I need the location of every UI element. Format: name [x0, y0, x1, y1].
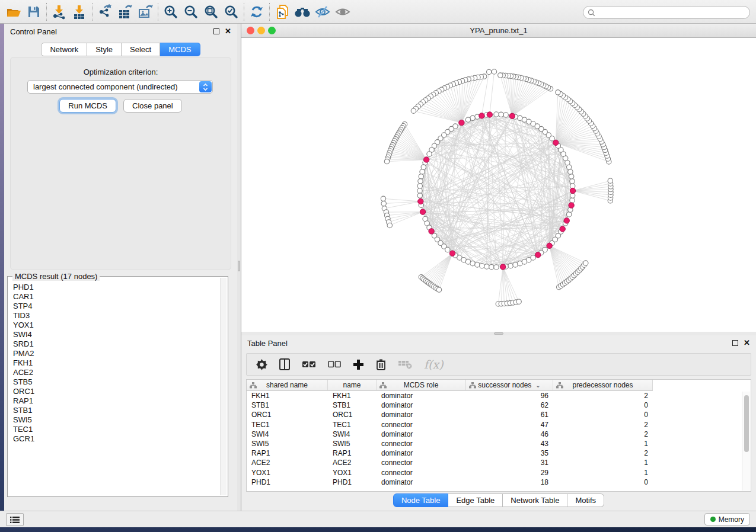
cell-predecessor-nodes[interactable]: 2 — [553, 421, 653, 429]
column-header-successor-nodes[interactable]: successor nodes⌄ — [466, 380, 553, 391]
column-header-shared-name[interactable]: shared name — [247, 380, 328, 391]
column-header-predecessor-nodes[interactable]: predecessor nodes — [553, 380, 653, 391]
cell-predecessor-nodes[interactable]: 2 — [553, 449, 653, 457]
run-mcds-button[interactable]: Run MCDS — [59, 99, 116, 113]
table-row[interactable]: TEC1TEC1connector472 — [247, 420, 751, 430]
cell-MCDS-role[interactable]: connector — [377, 469, 466, 477]
open-folder-icon[interactable] — [4, 2, 24, 22]
cell-successor-nodes[interactable]: 47 — [466, 421, 553, 429]
cell-successor-nodes[interactable]: 62 — [466, 401, 553, 409]
export-network-icon[interactable] — [95, 2, 115, 22]
cell-shared-name[interactable]: YOX1 — [247, 469, 328, 477]
cell-successor-nodes[interactable]: 46 — [466, 430, 553, 438]
cell-MCDS-role[interactable]: dominator — [377, 430, 466, 438]
table-row[interactable]: PHD1PHD1dominator180 — [247, 477, 751, 487]
cell-shared-name[interactable]: ORC1 — [247, 411, 328, 419]
tab-style[interactable]: Style — [87, 43, 122, 56]
delete-icon[interactable] — [376, 358, 386, 370]
clone-network-icon[interactable] — [272, 2, 292, 22]
column-header-name[interactable]: name — [328, 380, 377, 391]
save-icon[interactable] — [24, 2, 44, 22]
close-window-icon[interactable] — [247, 27, 254, 34]
gear-icon[interactable] — [256, 359, 267, 370]
mcds-result-list[interactable]: PHD1CAR1STP4TID3YOX1SWI4SRD1PMA2FKH1ACE2… — [8, 283, 219, 495]
cell-MCDS-role[interactable]: dominator — [377, 411, 466, 419]
maximize-window-icon[interactable] — [268, 27, 276, 34]
hide-selected-icon[interactable] — [312, 2, 333, 22]
cell-MCDS-role[interactable]: connector — [377, 440, 466, 448]
cell-successor-nodes[interactable]: 18 — [466, 478, 553, 486]
node-table[interactable]: shared namenameMCDS rolesuccessor nodes⌄… — [246, 379, 751, 492]
cell-name[interactable]: FKH1 — [328, 392, 377, 400]
cell-name[interactable]: RAP1 — [328, 449, 377, 457]
result-node[interactable]: STB5 — [13, 377, 219, 387]
import-network-icon[interactable] — [49, 2, 69, 22]
cell-name[interactable]: ACE2 — [328, 459, 377, 467]
zoom-out-icon[interactable] — [181, 2, 201, 22]
export-table-icon[interactable] — [115, 2, 135, 22]
tab-motifs[interactable]: Motifs — [567, 493, 604, 507]
result-node[interactable]: GCR1 — [13, 434, 219, 444]
cell-MCDS-role[interactable]: connector — [377, 459, 466, 467]
result-node[interactable]: CAR1 — [13, 292, 219, 302]
cell-name[interactable]: ORC1 — [328, 411, 377, 419]
cell-name[interactable]: YOX1 — [328, 469, 377, 477]
table-row[interactable]: SWI5SWI5connector431 — [247, 439, 751, 448]
cell-shared-name[interactable]: SWI5 — [247, 440, 328, 448]
cell-shared-name[interactable]: PHD1 — [247, 478, 328, 486]
cell-predecessor-nodes[interactable]: 0 — [553, 478, 653, 486]
cell-MCDS-role[interactable]: dominator — [377, 449, 466, 457]
find-icon[interactable] — [292, 2, 312, 22]
cell-predecessor-nodes[interactable]: 1 — [553, 469, 653, 477]
result-node[interactable]: ORC1 — [13, 387, 219, 396]
float-panel-icon[interactable] — [732, 340, 738, 346]
cell-shared-name[interactable]: FKH1 — [247, 392, 328, 400]
cell-successor-nodes[interactable]: 29 — [466, 469, 553, 477]
criterion-dropdown[interactable]: largest connected component (undirected) — [27, 80, 213, 94]
cell-shared-name[interactable]: ACE2 — [247, 459, 328, 467]
cell-predecessor-nodes[interactable]: 2 — [553, 430, 653, 438]
splitter-grip[interactable] — [238, 261, 240, 271]
result-node[interactable]: SWI4 — [13, 330, 219, 339]
result-node[interactable]: YOX1 — [13, 321, 219, 330]
table-row[interactable]: FKH1FKH1dominator962 — [247, 391, 751, 400]
zoom-selected-icon[interactable] — [221, 2, 241, 22]
cell-name[interactable]: STB1 — [328, 401, 377, 409]
cell-MCDS-role[interactable]: dominator — [377, 392, 466, 400]
splitter-grip[interactable] — [494, 332, 503, 335]
export-image-icon[interactable] — [135, 2, 155, 22]
cell-predecessor-nodes[interactable]: 2 — [553, 392, 653, 400]
cell-shared-name[interactable]: TEC1 — [247, 421, 328, 429]
search-box[interactable] — [583, 6, 750, 19]
table-row[interactable]: ORC1ORC1dominator610 — [247, 410, 751, 419]
refresh-icon[interactable] — [247, 2, 267, 22]
scrollbar-thumb[interactable] — [744, 395, 749, 452]
show-all-icon[interactable] — [333, 2, 353, 22]
float-panel-icon[interactable] — [213, 28, 219, 34]
cell-successor-nodes[interactable]: 35 — [466, 449, 553, 457]
network-titlebar[interactable]: YPA_prune.txt_1 — [241, 24, 756, 38]
cell-successor-nodes[interactable]: 96 — [466, 392, 553, 400]
tab-edge-table[interactable]: Edge Table — [448, 493, 503, 507]
cell-name[interactable]: SWI4 — [328, 430, 377, 438]
cell-predecessor-nodes[interactable]: 0 — [553, 411, 653, 419]
tab-node-table[interactable]: Node Table — [393, 493, 449, 507]
table-row[interactable]: ACE2ACE2connector311 — [247, 458, 751, 467]
table-row[interactable]: STB1STB1dominator620 — [247, 400, 751, 410]
task-history-button[interactable] — [6, 513, 24, 526]
add-icon[interactable] — [353, 359, 364, 370]
tab-select[interactable]: Select — [122, 43, 160, 56]
table-row[interactable]: YOX1YOX1connector291 — [247, 468, 751, 477]
cell-MCDS-role[interactable]: dominator — [377, 401, 466, 409]
network-graph[interactable] — [241, 38, 756, 332]
memory-button[interactable]: Memory — [704, 513, 750, 525]
close-panel-icon[interactable]: ✕ — [744, 340, 750, 346]
cell-shared-name[interactable]: RAP1 — [247, 449, 328, 457]
zoom-fit-icon[interactable] — [201, 2, 221, 22]
table-row[interactable]: RAP1RAP1dominator352 — [247, 448, 751, 458]
cell-predecessor-nodes[interactable]: 1 — [553, 459, 653, 467]
cell-MCDS-role[interactable]: connector — [377, 421, 466, 429]
deselect-all-icon[interactable] — [328, 361, 341, 368]
close-panel-icon[interactable]: ✕ — [225, 28, 231, 34]
cell-successor-nodes[interactable]: 43 — [466, 440, 553, 448]
